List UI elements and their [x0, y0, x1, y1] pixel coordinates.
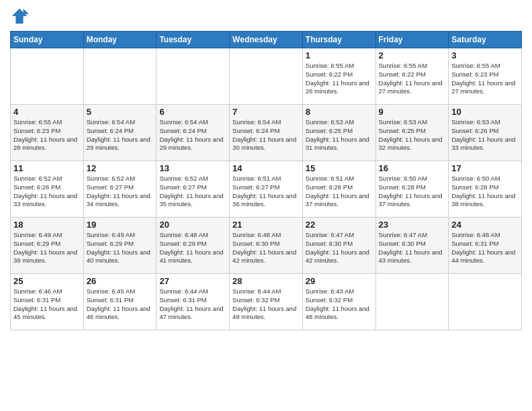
day-info: Sunrise: 6:55 AM Sunset: 6:22 PM Dayligh… [306, 62, 373, 96]
calendar-cell: 15Sunrise: 6:51 AM Sunset: 6:28 PM Dayli… [302, 161, 375, 218]
day-info: Sunrise: 6:44 AM Sunset: 6:32 PM Dayligh… [232, 287, 300, 322]
calendar-cell: 5Sunrise: 6:54 AM Sunset: 6:24 PM Daylig… [83, 105, 157, 161]
day-info: Sunrise: 6:46 AM Sunset: 6:31 PM Dayligh… [13, 287, 81, 322]
day-number: 4 [13, 107, 81, 117]
calendar-cell: 19Sunrise: 6:49 AM Sunset: 6:29 PM Dayli… [83, 218, 157, 274]
logo [10, 7, 32, 26]
day-number: 15 [306, 163, 373, 173]
calendar-cell: 18Sunrise: 6:49 AM Sunset: 6:29 PM Dayli… [11, 218, 84, 274]
day-info: Sunrise: 6:55 AM Sunset: 6:23 PM Dayligh… [451, 62, 519, 96]
calendar-cell: 25Sunrise: 6:46 AM Sunset: 6:31 PM Dayli… [11, 274, 84, 330]
day-number: 24 [451, 220, 519, 230]
calendar-cell: 27Sunrise: 6:44 AM Sunset: 6:31 PM Dayli… [157, 274, 230, 330]
day-info: Sunrise: 6:54 AM Sunset: 6:24 PM Dayligh… [87, 118, 154, 152]
day-number: 13 [159, 163, 226, 173]
calendar-cell: 9Sunrise: 6:53 AM Sunset: 6:25 PM Daylig… [375, 105, 449, 161]
calendar-cell [83, 48, 157, 105]
calendar-cell: 29Sunrise: 6:43 AM Sunset: 6:32 PM Dayli… [302, 274, 375, 330]
calendar-cell: 16Sunrise: 6:50 AM Sunset: 6:28 PM Dayli… [375, 161, 449, 218]
day-info: Sunrise: 6:43 AM Sunset: 6:32 PM Dayligh… [306, 287, 373, 322]
day-info: Sunrise: 6:50 AM Sunset: 6:28 PM Dayligh… [379, 175, 446, 209]
header [10, 7, 522, 26]
day-info: Sunrise: 6:55 AM Sunset: 6:22 PM Dayligh… [379, 62, 446, 96]
day-info: Sunrise: 6:49 AM Sunset: 6:29 PM Dayligh… [87, 231, 154, 265]
calendar-cell: 17Sunrise: 6:50 AM Sunset: 6:28 PM Dayli… [449, 161, 522, 218]
day-number: 8 [306, 107, 373, 117]
day-number: 3 [451, 50, 519, 60]
svg-marker-1 [24, 9, 29, 14]
calendar-cell: 24Sunrise: 6:46 AM Sunset: 6:31 PM Dayli… [449, 218, 522, 274]
week-row-2: 4Sunrise: 6:55 AM Sunset: 6:23 PM Daylig… [11, 105, 522, 161]
calendar-cell: 2Sunrise: 6:55 AM Sunset: 6:22 PM Daylig… [375, 48, 449, 105]
day-info: Sunrise: 6:51 AM Sunset: 6:27 PM Dayligh… [232, 175, 300, 209]
day-number: 26 [87, 276, 154, 286]
day-info: Sunrise: 6:47 AM Sunset: 6:30 PM Dayligh… [379, 231, 446, 265]
day-info: Sunrise: 6:54 AM Sunset: 6:24 PM Dayligh… [232, 118, 300, 152]
calendar-cell: 3Sunrise: 6:55 AM Sunset: 6:23 PM Daylig… [449, 48, 522, 105]
day-number: 1 [306, 50, 373, 60]
day-header-monday: Monday [83, 32, 157, 48]
day-info: Sunrise: 6:45 AM Sunset: 6:31 PM Dayligh… [87, 287, 154, 322]
day-info: Sunrise: 6:49 AM Sunset: 6:29 PM Dayligh… [13, 231, 81, 265]
day-info: Sunrise: 6:52 AM Sunset: 6:26 PM Dayligh… [13, 175, 81, 209]
page: SundayMondayTuesdayWednesdayThursdayFrid… [0, 0, 532, 337]
day-number: 6 [159, 107, 226, 117]
day-number: 7 [232, 107, 300, 117]
calendar-cell: 26Sunrise: 6:45 AM Sunset: 6:31 PM Dayli… [83, 274, 157, 330]
day-info: Sunrise: 6:48 AM Sunset: 6:30 PM Dayligh… [232, 231, 300, 265]
day-header-thursday: Thursday [302, 32, 375, 48]
calendar-cell [375, 274, 449, 330]
day-number: 21 [232, 220, 300, 230]
day-number: 27 [159, 276, 226, 286]
calendar-cell: 20Sunrise: 6:48 AM Sunset: 6:29 PM Dayli… [157, 218, 230, 274]
calendar-cell: 6Sunrise: 6:54 AM Sunset: 6:24 PM Daylig… [157, 105, 230, 161]
header-row: SundayMondayTuesdayWednesdayThursdayFrid… [11, 32, 522, 48]
day-number: 10 [451, 107, 519, 117]
day-number: 23 [379, 220, 446, 230]
calendar-cell: 1Sunrise: 6:55 AM Sunset: 6:22 PM Daylig… [302, 48, 375, 105]
calendar-cell [449, 274, 522, 330]
week-row-3: 11Sunrise: 6:52 AM Sunset: 6:26 PM Dayli… [11, 161, 522, 218]
calendar-cell: 13Sunrise: 6:52 AM Sunset: 6:27 PM Dayli… [157, 161, 230, 218]
day-number: 28 [232, 276, 300, 286]
day-info: Sunrise: 6:53 AM Sunset: 6:25 PM Dayligh… [379, 118, 446, 152]
calendar-cell: 22Sunrise: 6:47 AM Sunset: 6:30 PM Dayli… [302, 218, 375, 274]
day-info: Sunrise: 6:52 AM Sunset: 6:27 PM Dayligh… [87, 175, 154, 209]
calendar-cell: 8Sunrise: 6:53 AM Sunset: 6:25 PM Daylig… [302, 105, 375, 161]
day-info: Sunrise: 6:46 AM Sunset: 6:31 PM Dayligh… [451, 231, 519, 265]
calendar-cell [11, 48, 84, 105]
calendar-cell: 28Sunrise: 6:44 AM Sunset: 6:32 PM Dayli… [230, 274, 303, 330]
day-info: Sunrise: 6:54 AM Sunset: 6:24 PM Dayligh… [159, 118, 226, 152]
calendar-cell: 21Sunrise: 6:48 AM Sunset: 6:30 PM Dayli… [230, 218, 303, 274]
day-info: Sunrise: 6:52 AM Sunset: 6:27 PM Dayligh… [159, 175, 226, 209]
day-info: Sunrise: 6:55 AM Sunset: 6:23 PM Dayligh… [13, 118, 81, 152]
week-row-5: 25Sunrise: 6:46 AM Sunset: 6:31 PM Dayli… [11, 274, 522, 330]
day-header-sunday: Sunday [11, 32, 84, 48]
calendar-cell: 23Sunrise: 6:47 AM Sunset: 6:30 PM Dayli… [375, 218, 449, 274]
day-number: 2 [379, 50, 446, 60]
day-info: Sunrise: 6:48 AM Sunset: 6:29 PM Dayligh… [159, 231, 226, 265]
day-info: Sunrise: 6:51 AM Sunset: 6:28 PM Dayligh… [306, 175, 373, 209]
day-header-friday: Friday [375, 32, 449, 48]
day-number: 25 [13, 276, 81, 286]
day-number: 9 [379, 107, 446, 117]
week-row-4: 18Sunrise: 6:49 AM Sunset: 6:29 PM Dayli… [11, 218, 522, 274]
day-number: 16 [379, 163, 446, 173]
day-number: 20 [159, 220, 226, 230]
day-info: Sunrise: 6:44 AM Sunset: 6:31 PM Dayligh… [159, 287, 226, 322]
calendar-cell: 11Sunrise: 6:52 AM Sunset: 6:26 PM Dayli… [11, 161, 84, 218]
week-row-1: 1Sunrise: 6:55 AM Sunset: 6:22 PM Daylig… [11, 48, 522, 105]
day-number: 14 [232, 163, 300, 173]
day-number: 17 [451, 163, 519, 173]
calendar-cell: 12Sunrise: 6:52 AM Sunset: 6:27 PM Dayli… [83, 161, 157, 218]
day-number: 12 [87, 163, 154, 173]
day-number: 19 [87, 220, 154, 230]
day-info: Sunrise: 6:47 AM Sunset: 6:30 PM Dayligh… [306, 231, 373, 265]
calendar-cell: 4Sunrise: 6:55 AM Sunset: 6:23 PM Daylig… [11, 105, 84, 161]
calendar-cell: 10Sunrise: 6:53 AM Sunset: 6:26 PM Dayli… [449, 105, 522, 161]
day-info: Sunrise: 6:53 AM Sunset: 6:25 PM Dayligh… [306, 118, 373, 152]
day-number: 22 [306, 220, 373, 230]
day-number: 29 [306, 276, 373, 286]
day-number: 18 [13, 220, 81, 230]
day-header-tuesday: Tuesday [157, 32, 230, 48]
